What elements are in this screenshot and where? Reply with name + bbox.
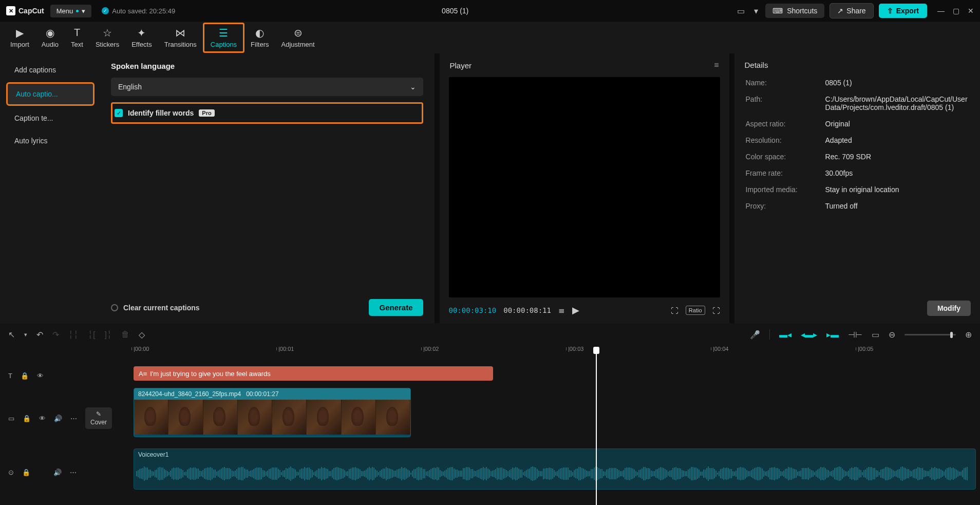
tooltab-effects[interactable]: ✦Effects: [125, 24, 158, 51]
scan-icon[interactable]: ⛶: [671, 306, 679, 315]
hamburger-icon[interactable]: ≡: [714, 61, 719, 70]
zoom-slider[interactable]: [904, 334, 956, 335]
eye-icon[interactable]: 👁: [39, 415, 46, 422]
chevron-down-icon[interactable]: ▾: [752, 4, 760, 18]
detail-row: Name:0805 (1): [746, 79, 969, 87]
timeline-content[interactable]: |00:00|00:01|00:02|00:03|00:04|00:05 A≡ …: [103, 346, 980, 505]
detail-value: Original: [825, 120, 969, 128]
sidebar-item[interactable]: Auto lyrics: [6, 130, 95, 151]
audio-clip[interactable]: Voiceover1: [134, 448, 976, 490]
pointer-icon[interactable]: ↖: [8, 330, 15, 340]
chevron-down-icon: ▾: [82, 7, 85, 15]
top-bar: ✕ CapCut Menu ▾ ✓ Auto saved: 20:25:49 0…: [0, 0, 980, 22]
detail-row: Color space:Rec. 709 SDR: [746, 153, 969, 161]
radio-icon[interactable]: [111, 304, 118, 311]
tooltab-text[interactable]: TText: [65, 24, 89, 51]
filler-label: Identify filler words: [128, 109, 194, 117]
mic-icon[interactable]: 🎤: [750, 330, 760, 340]
zoom-handle[interactable]: [950, 332, 953, 338]
preview-icon[interactable]: ▭: [872, 330, 879, 340]
menu-dot-icon: [76, 10, 79, 12]
zoom-in-icon[interactable]: ⊕: [965, 330, 972, 340]
eye-icon[interactable]: 👁: [37, 372, 44, 380]
video-clip[interactable]: 8244204-uhd_3840_2160_25fps.mp4 00:00:01…: [134, 388, 411, 437]
tooltab-stickers[interactable]: ☆Stickers: [89, 24, 125, 51]
fullscreen-icon[interactable]: ⛶: [712, 306, 720, 315]
share-button[interactable]: ↗ Share: [830, 3, 873, 18]
details-header: Details: [734, 53, 980, 77]
sidebar-item[interactable]: Auto captio...: [6, 82, 95, 106]
list-icon[interactable]: ≣: [558, 306, 565, 315]
modify-button[interactable]: Modify: [927, 301, 971, 316]
sidebar-item[interactable]: Caption te...: [6, 108, 95, 128]
export-icon: ⇧: [887, 7, 893, 15]
trim-left-icon[interactable]: ╎[: [88, 330, 95, 340]
layout-icon[interactable]: ▭: [735, 4, 747, 18]
timeline: T 🔒 👁 ▭ 🔒 👁 🔊 ⋯ ✎ Cover ⊙ 🔒 🔊 ⋯ |00:00|0…: [0, 346, 980, 505]
playhead[interactable]: [596, 348, 597, 505]
generate-button[interactable]: Generate: [369, 299, 423, 316]
video-track-icon[interactable]: ▭: [8, 415, 14, 422]
ratio-button[interactable]: Ratio: [686, 306, 705, 315]
timeline-toolbar: ↖ ▾ ↶ ↷ ╎╎ ╎[ ]╎ 🗑 ◇ 🎤 ▬◂ ◂▬▸ ▸▬ ⊣⊢ ▭ ⊖ …: [0, 323, 980, 346]
more-icon[interactable]: ⋯: [70, 469, 77, 476]
tooltab-filters[interactable]: ◐Filters: [244, 24, 275, 51]
play-icon[interactable]: ▶: [572, 305, 579, 316]
language-select[interactable]: English ⌄: [111, 78, 423, 96]
video-thumbnails: [134, 400, 410, 435]
ruler-tick: |00:03: [568, 346, 583, 352]
magnet-right-icon[interactable]: ▸▬: [826, 330, 839, 340]
align-icon[interactable]: ⊣⊢: [848, 330, 862, 340]
delete-icon[interactable]: 🗑: [121, 330, 129, 339]
clear-captions-option[interactable]: Clear current captions: [111, 304, 200, 312]
audio-track-icon[interactable]: ⊙: [8, 469, 14, 476]
maximize-icon[interactable]: ▢: [953, 7, 959, 15]
import-icon: ▶: [16, 27, 24, 39]
tooltab-audio[interactable]: ◉Audio: [35, 24, 65, 51]
lock-icon[interactable]: 🔒: [21, 372, 29, 380]
transitions-icon: ⋈: [175, 27, 185, 39]
shield-icon[interactable]: ◇: [139, 330, 145, 340]
player-controls: 00:00:03:10 00:00:08:11 ≣ ▶ ⛶ Ratio ⛶: [440, 297, 729, 323]
undo-icon[interactable]: ↶: [36, 330, 43, 340]
zoom-out-icon[interactable]: ⊖: [889, 330, 895, 340]
minimize-icon[interactable]: —: [937, 7, 945, 15]
detail-value: Stay in original location: [825, 185, 969, 194]
identify-filler-row[interactable]: ✓ Identify filler words Pro: [111, 102, 423, 124]
detail-value: C:/Users/brown/AppData/Local/CapCut/User…: [825, 95, 969, 111]
split-icon[interactable]: ╎╎: [68, 330, 79, 340]
more-icon[interactable]: ⋯: [70, 415, 77, 422]
audio-clip-header: Voiceover1: [134, 449, 975, 460]
export-button[interactable]: ⇧ Export: [879, 4, 927, 18]
timeline-ruler[interactable]: |00:00|00:01|00:02|00:03|00:04|00:05: [103, 346, 980, 359]
lock-icon[interactable]: 🔒: [22, 469, 30, 476]
ruler-tick: |00:01: [278, 346, 294, 352]
shortcuts-button[interactable]: ⌨ Shortcuts: [765, 4, 824, 18]
menu-button[interactable]: Menu ▾: [50, 5, 92, 17]
player-canvas[interactable]: [449, 77, 720, 297]
effects-icon: ✦: [137, 27, 146, 39]
text-track-icon[interactable]: T: [8, 372, 12, 380]
lock-icon[interactable]: 🔒: [23, 415, 31, 422]
tooltab-transitions[interactable]: ⋈Transitions: [158, 24, 203, 51]
caption-clip[interactable]: A≡ I'm just trying to give you the feel …: [134, 366, 493, 381]
redo-icon[interactable]: ↷: [52, 330, 59, 340]
tooltab-captions[interactable]: ☰Captions: [203, 23, 244, 53]
topbar-right: ▭ ▾ ⌨ Shortcuts ↗ Share ⇧ Export — ▢ ✕: [735, 3, 974, 18]
check-icon: ✓: [102, 7, 109, 14]
detail-label: Path:: [746, 95, 825, 111]
capcut-logo-icon: ✕: [6, 6, 15, 15]
speaker-icon[interactable]: 🔊: [53, 469, 62, 476]
close-icon[interactable]: ✕: [968, 7, 974, 15]
chevron-down-icon[interactable]: ▾: [24, 331, 27, 338]
tooltab-adjustment[interactable]: ⊜Adjustment: [275, 24, 321, 51]
filler-checkbox[interactable]: ✓: [115, 109, 123, 117]
spoken-language-title: Spoken language: [111, 62, 423, 70]
magnet-center-icon[interactable]: ◂▬▸: [801, 330, 817, 340]
speaker-icon[interactable]: 🔊: [54, 415, 62, 422]
tooltab-import[interactable]: ▶Import: [4, 24, 35, 51]
magnet-left-icon[interactable]: ▬◂: [779, 330, 791, 340]
detail-row: Frame rate:30.00fps: [746, 169, 969, 177]
trim-right-icon[interactable]: ]╎: [104, 330, 111, 340]
sidebar-item[interactable]: Add captions: [6, 60, 95, 80]
